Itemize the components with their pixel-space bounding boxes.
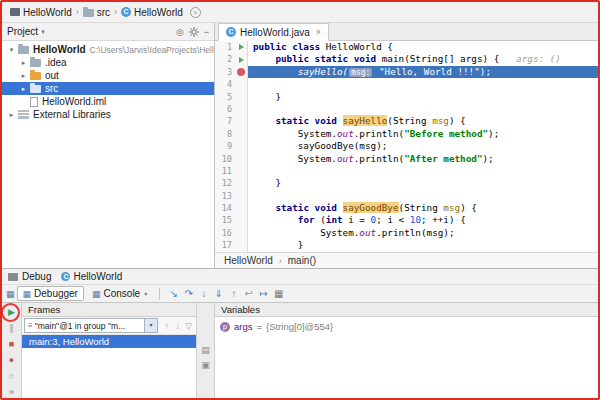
line-number: 3 xyxy=(215,66,235,78)
code-line-16[interactable]: 16 System.out.println(msg); xyxy=(215,227,598,239)
run-marker-icon[interactable] xyxy=(235,53,248,65)
code-line-2[interactable]: 2 public static void main(String[] args)… xyxy=(215,53,598,65)
tree-item-out[interactable]: ▸out xyxy=(2,69,214,82)
step-into-icon[interactable]: ↓ xyxy=(196,288,211,299)
chevron-right-icon[interactable]: ▸ xyxy=(18,59,29,67)
chevron-down-icon[interactable]: ▾ xyxy=(144,319,157,332)
frame-down-icon[interactable]: ↓ xyxy=(172,321,183,331)
console-tab-icon: ▦ xyxy=(92,289,101,299)
debug-config-label: HelloWorld xyxy=(73,271,122,282)
run-to-cursor-icon[interactable]: ↦ xyxy=(256,288,271,299)
stop-button[interactable]: ■ xyxy=(5,338,18,351)
locate-icon[interactable]: ◎ xyxy=(176,27,184,37)
filter-icon[interactable]: ▽ xyxy=(183,321,194,331)
editor-tab-bar: C HelloWorld.java × xyxy=(215,23,598,41)
debug-config-tab[interactable]: C HelloWorld xyxy=(61,271,122,282)
chevron-right-icon[interactable]: ▸ xyxy=(6,111,17,119)
line-number: 13 xyxy=(215,190,235,202)
code-line-9[interactable]: 9 sayGoodBye(msg); xyxy=(215,140,598,152)
chevron-down-icon[interactable]: ▾ xyxy=(6,46,17,54)
breadcrumb-item[interactable]: HelloWorld xyxy=(8,6,74,19)
tree-item-label: out xyxy=(45,70,59,81)
folder-excluded-icon xyxy=(30,72,41,80)
code-line-1[interactable]: 1public class HelloWorld { xyxy=(215,41,598,53)
hide-panel-icon[interactable]: − xyxy=(204,27,209,37)
tree-item-helloworld[interactable]: ▾HelloWorldC:\Users\Jarvis\IdeaProjects\… xyxy=(2,43,214,56)
debug-toolbar-icons: ↘↷↓⇓↑↩↦▦ xyxy=(166,288,286,299)
expand-toolbar-icon[interactable]: » xyxy=(2,387,21,397)
resume-button[interactable]: ▶ xyxy=(5,306,18,319)
tab-debugger[interactable]: ▦ Debugger xyxy=(17,286,84,301)
code-line-7[interactable]: 7 static void sayHello(String msg) { xyxy=(215,115,598,127)
breadcrumb-item[interactable]: CHelloWorld xyxy=(119,6,185,19)
tree-item-helloworld-iml[interactable]: HelloWorld.iml xyxy=(2,95,214,108)
tree-item-idea[interactable]: ▸.idea xyxy=(2,56,214,69)
frames-title: Frames xyxy=(28,304,60,315)
frame-row[interactable]: main:3, HelloWorld xyxy=(22,335,196,348)
restore-layout-icon[interactable]: ▤ xyxy=(201,345,210,355)
code-line-15[interactable]: 15 for (int i = 0; i < 10; ++i) { xyxy=(215,214,598,226)
breadcrumb-class[interactable]: HelloWorld xyxy=(224,255,273,266)
chevron-down-icon[interactable]: ▾ xyxy=(41,28,45,36)
breadcrumb-label: HelloWorld xyxy=(134,7,183,18)
breadcrumb-item[interactable]: src xyxy=(81,6,112,19)
class-icon: C xyxy=(121,7,131,17)
breakpoint-icon[interactable] xyxy=(235,66,248,78)
tree-item-external-libraries[interactable]: ▸External Libraries xyxy=(2,108,214,121)
breadcrumb-method[interactable]: main() xyxy=(288,255,316,266)
code-line-13[interactable]: 13 xyxy=(215,190,598,202)
project-icon xyxy=(10,8,20,16)
line-number: 7 xyxy=(215,115,235,127)
code-text: for (int i = 0; i < 10; ++i) { xyxy=(248,214,598,226)
close-circle-icon[interactable]: × xyxy=(190,7,201,18)
chevron-right-icon[interactable]: ▸ xyxy=(18,85,29,93)
code-line-3[interactable]: 3 sayHello(msg: "Hello, World !!!"); xyxy=(215,66,598,78)
code-line-14[interactable]: 14 static void sayGoodBye(String msg) { xyxy=(215,202,598,214)
code-editor[interactable]: 1public class HelloWorld {2 public stati… xyxy=(215,41,598,252)
code-line-11[interactable]: 11 xyxy=(215,165,598,177)
class-icon: C xyxy=(61,272,70,281)
variable-row[interactable]: pargs = {String[0]@554} xyxy=(220,321,593,332)
frame-up-icon[interactable]: ↑ xyxy=(161,321,172,331)
thread-icon: ≡ xyxy=(28,321,33,330)
evaluate-expression-icon[interactable]: ▦ xyxy=(271,288,286,299)
code-text: public class HelloWorld { xyxy=(248,41,598,53)
thread-selector[interactable]: ≡ "main"@1 in group "m... ▾ xyxy=(24,318,158,333)
code-line-6[interactable]: 6 xyxy=(215,103,598,115)
editor-tab-helloworld-java[interactable]: C HelloWorld.java × xyxy=(218,23,329,41)
code-line-17[interactable]: 17 } xyxy=(215,239,598,251)
line-number: 9 xyxy=(215,140,235,152)
variables-title: Variables xyxy=(221,304,260,315)
code-text xyxy=(248,78,598,90)
tab-console[interactable]: ▦ Console ▾ xyxy=(86,286,153,301)
chevron-down-icon: ▾ xyxy=(144,290,147,297)
code-line-12[interactable]: 12 } xyxy=(215,177,598,189)
step-out-icon[interactable]: ↑ xyxy=(226,288,241,299)
run-marker-icon[interactable] xyxy=(235,41,248,53)
debug-window-grid-icon[interactable]: ▦ xyxy=(6,289,15,299)
folder-icon xyxy=(83,9,94,17)
mute-breakpoints-button[interactable]: ○ xyxy=(5,370,18,383)
code-line-8[interactable]: 8 System.out.println("Before method"); xyxy=(215,128,598,140)
pin-tab-icon[interactable]: ▣ xyxy=(201,360,210,370)
code-text: static void sayHello(String msg) { xyxy=(248,115,598,127)
pause-button[interactable]: ∥ xyxy=(5,322,18,335)
code-line-5[interactable]: 5 } xyxy=(215,91,598,103)
tree-item-src[interactable]: ▸src xyxy=(2,82,214,95)
folder-src-icon xyxy=(30,85,41,93)
settings-gear-icon[interactable] xyxy=(189,27,199,37)
project-panel-title[interactable]: Project xyxy=(7,26,38,37)
close-tab-icon[interactable]: × xyxy=(316,27,321,37)
drop-frame-icon[interactable]: ↩ xyxy=(241,288,256,299)
chevron-right-icon[interactable]: ▸ xyxy=(18,72,29,80)
force-step-into-icon[interactable]: ⇓ xyxy=(211,288,226,299)
view-breakpoints-button[interactable]: ● xyxy=(5,354,18,367)
step-over-icon[interactable]: ↷ xyxy=(181,288,196,299)
project-tree: ▾HelloWorldC:\Users\Jarvis\IdeaProjects\… xyxy=(2,41,214,268)
debug-tab-label[interactable]: Debug xyxy=(22,271,51,282)
gutter-spacer xyxy=(235,190,248,202)
main-area: Project ▾ ◎ − ▾HelloWorldC:\Users\Jarvis… xyxy=(2,22,598,268)
code-line-4[interactable]: 4 xyxy=(215,78,598,90)
code-line-10[interactable]: 10 System.out.println("After method"); xyxy=(215,153,598,165)
show-execution-point-icon[interactable]: ↘ xyxy=(166,288,181,299)
